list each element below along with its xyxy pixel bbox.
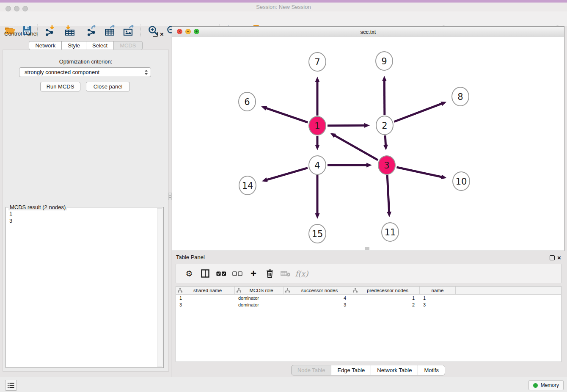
titlebar: Session: New Session bbox=[0, 3, 567, 11]
graph-node-1[interactable]: 1 bbox=[309, 116, 326, 135]
table-toolbar: ⚙ + f(x) bbox=[176, 264, 561, 283]
tab-select[interactable]: Select bbox=[86, 41, 114, 50]
mcds-result-scrollbar[interactable] bbox=[157, 208, 162, 367]
select-all-button[interactable] bbox=[213, 266, 229, 281]
table-panel-close-icon[interactable]: × bbox=[557, 255, 562, 260]
graph-edge[interactable] bbox=[266, 168, 308, 180]
trash-icon bbox=[266, 269, 273, 278]
graph-node-label: 1 bbox=[314, 121, 320, 131]
memory-label: Memory bbox=[541, 382, 559, 388]
graph-node-3[interactable]: 3 bbox=[378, 156, 395, 174]
graph-node-14[interactable]: 14 bbox=[239, 176, 256, 195]
clear-table-button[interactable] bbox=[278, 266, 294, 281]
control-panel-close-icon[interactable]: × bbox=[160, 32, 165, 37]
graph-node-label: 3 bbox=[384, 160, 389, 171]
function-builder-button[interactable]: f(x) bbox=[294, 266, 310, 281]
network-scrollbar-thumb[interactable] bbox=[365, 247, 369, 250]
graph-edge-arrowhead bbox=[383, 145, 388, 150]
table-cell[interactable]: 2 bbox=[351, 302, 420, 307]
application-window: Session: New Session bbox=[0, 0, 567, 392]
graph-node-2[interactable]: 2 bbox=[376, 116, 393, 135]
graph-node-4[interactable]: 4 bbox=[309, 156, 326, 174]
import-table-button[interactable] bbox=[63, 24, 78, 37]
unselect-all-icon bbox=[232, 271, 242, 276]
table-row[interactable]: 3dominator323 bbox=[176, 301, 561, 308]
splitter-grip[interactable] bbox=[168, 193, 172, 200]
tab-motifs[interactable]: Motifs bbox=[418, 365, 445, 375]
add-column-button[interactable]: + bbox=[245, 266, 261, 281]
table-cell[interactable]: 3 bbox=[420, 302, 456, 307]
column-type-icon bbox=[353, 288, 358, 293]
tab-edge-table[interactable]: Edge Table bbox=[331, 365, 371, 375]
tab-network[interactable]: Network bbox=[29, 41, 62, 50]
column-header-name[interactable]: name bbox=[420, 287, 456, 294]
graph-node-10[interactable]: 10 bbox=[453, 172, 470, 190]
export-image-button[interactable] bbox=[121, 24, 137, 37]
table-row[interactable]: 1dominator411 bbox=[176, 295, 561, 301]
graph-edge[interactable] bbox=[384, 80, 385, 115]
column-header-shared-name[interactable]: shared name bbox=[176, 287, 235, 294]
export-table-button[interactable] bbox=[103, 24, 118, 37]
table-cell[interactable]: 3 bbox=[176, 302, 235, 307]
memory-button[interactable]: Memory bbox=[528, 380, 564, 390]
select-value: strongly connected component bbox=[25, 69, 99, 75]
import-network-button[interactable] bbox=[43, 24, 58, 37]
table-cell[interactable]: dominator bbox=[235, 295, 284, 301]
column-header-mcds-role[interactable]: MCDS role bbox=[235, 287, 284, 294]
mcds-result-box[interactable]: MCDS result (2 nodes) 1 3 bbox=[6, 207, 164, 368]
delete-column-button[interactable] bbox=[261, 266, 278, 281]
control-panel-float-icon[interactable] bbox=[153, 32, 158, 37]
graph-edge[interactable] bbox=[328, 125, 365, 126]
graph-node-label: 15 bbox=[312, 229, 323, 239]
graph-node-8[interactable]: 8 bbox=[452, 87, 469, 106]
graph-node-9[interactable]: 9 bbox=[376, 52, 393, 70]
table-cell[interactable]: 1 bbox=[176, 295, 235, 301]
graph-edge[interactable] bbox=[334, 135, 378, 160]
clear-table-icon bbox=[281, 271, 291, 277]
table-panel-float-icon[interactable] bbox=[550, 255, 555, 260]
network-canvas[interactable]: 7968124314101511 bbox=[172, 37, 564, 251]
chevron-updown-icon bbox=[144, 69, 148, 75]
control-panel-title: Control Panel bbox=[4, 30, 38, 37]
column-header-predecessor-nodes[interactable]: predecessor nodes bbox=[351, 287, 420, 294]
table-cell[interactable]: 4 bbox=[284, 295, 351, 301]
unselect-all-button[interactable] bbox=[229, 266, 245, 281]
tab-style[interactable]: Style bbox=[61, 41, 86, 50]
graph-edge[interactable] bbox=[385, 135, 385, 146]
graph-edge[interactable] bbox=[396, 167, 442, 177]
column-header-successor-nodes[interactable]: successor nodes bbox=[284, 287, 351, 294]
table-cell[interactable]: 1 bbox=[420, 295, 456, 301]
export-network-button[interactable] bbox=[85, 24, 100, 37]
graph-edge[interactable] bbox=[387, 175, 389, 213]
table-cell[interactable]: 3 bbox=[284, 302, 351, 307]
column-type-icon bbox=[285, 288, 290, 293]
graph-node-15[interactable]: 15 bbox=[309, 224, 326, 243]
panel-splitter[interactable] bbox=[171, 26, 171, 377]
task-history-button[interactable] bbox=[5, 380, 17, 391]
tab-mcds[interactable]: MCDS bbox=[113, 41, 142, 50]
optimization-criterion-select[interactable]: strongly connected component bbox=[19, 67, 151, 77]
table-cell[interactable]: dominator bbox=[235, 302, 284, 307]
graph-edge[interactable] bbox=[394, 103, 442, 121]
graph-node-label: 8 bbox=[457, 92, 463, 102]
tab-node-table[interactable]: Node Table bbox=[291, 365, 332, 375]
split-panel-button[interactable] bbox=[197, 266, 213, 281]
export-network-icon bbox=[87, 25, 98, 36]
function-icon: f(x) bbox=[295, 269, 308, 278]
graph-node-11[interactable]: 11 bbox=[382, 223, 399, 241]
column-type-icon bbox=[178, 288, 182, 293]
optimization-criterion-label: Optimization criterion: bbox=[3, 58, 168, 65]
column-type-icon bbox=[237, 288, 241, 293]
tab-network-table[interactable]: Network Table bbox=[371, 365, 418, 375]
graph-node-7[interactable]: 7 bbox=[309, 52, 326, 71]
run-mcds-button[interactable]: Run MCDS bbox=[40, 82, 80, 91]
import-network-icon bbox=[45, 25, 56, 36]
graph-edge[interactable] bbox=[266, 108, 308, 122]
table-cell[interactable]: 1 bbox=[351, 295, 420, 301]
toolbar-separator bbox=[140, 25, 140, 36]
network-graph: 7968124314101511 bbox=[172, 37, 564, 251]
close-panel-button[interactable]: Close panel bbox=[86, 82, 130, 91]
graph-node-6[interactable]: 6 bbox=[239, 92, 256, 111]
table-panel-title: Table Panel bbox=[176, 254, 205, 260]
table-settings-button[interactable]: ⚙ bbox=[181, 266, 197, 281]
